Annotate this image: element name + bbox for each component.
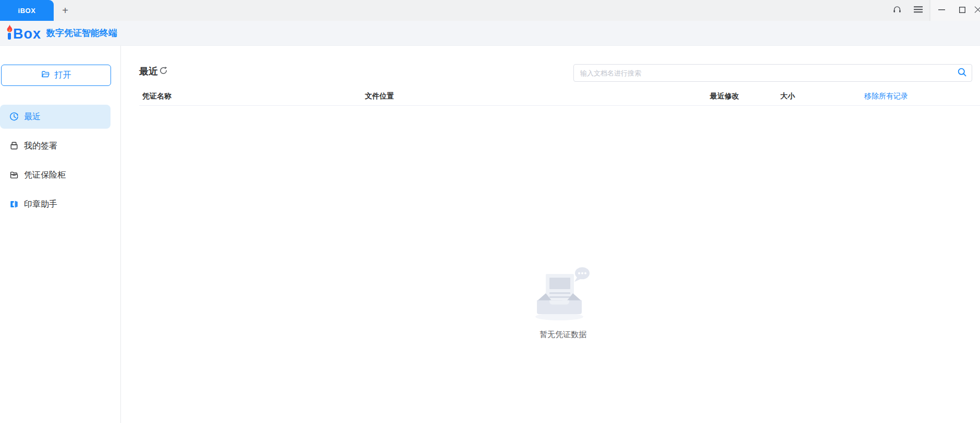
clock-icon [9, 112, 19, 121]
column-header-size: 大小 [780, 92, 795, 101]
flame-i-logo-icon [6, 24, 13, 42]
headset-button[interactable] [887, 0, 908, 21]
empty-inbox-illustration [530, 267, 596, 323]
app-title: 数字凭证智能终端 [46, 27, 117, 40]
tab-ibox[interactable]: iBOX [0, 0, 54, 21]
open-button[interactable]: 打开 [1, 65, 111, 86]
empty-state: 暂无凭证数据 [146, 267, 980, 340]
page-title: 最近 [139, 65, 158, 78]
new-tab-button[interactable]: + [54, 0, 77, 21]
close-button[interactable] [973, 0, 980, 21]
remove-all-records-link[interactable]: 移除所有记录 [864, 92, 908, 101]
minimize-button[interactable] [931, 0, 952, 21]
content-wrap: 打开 最近 [0, 46, 980, 423]
refresh-icon [159, 66, 168, 77]
search-icon [957, 67, 967, 79]
search-button[interactable] [952, 65, 972, 81]
main-panel: 最近 凭证名称 文件位置 [121, 46, 980, 423]
titlebar-separator [929, 0, 930, 21]
sidebar-item-label: 最近 [24, 111, 41, 122]
sidebar-item-label: 印章助手 [24, 199, 57, 210]
tab-label: iBOX [18, 7, 36, 15]
search-input[interactable] [574, 65, 952, 81]
sidebar-item-certificate-safe[interactable]: 凭证保险柜 [0, 163, 111, 187]
sidebar-nav: 最近 我的签署 凭 [0, 105, 120, 216]
sidebar-item-seal-assistant[interactable]: 印章助手 [0, 192, 111, 216]
minimize-icon [938, 6, 945, 15]
open-button-label: 打开 [55, 70, 71, 81]
flame-icon [6, 24, 13, 33]
folder-open-icon [41, 70, 50, 81]
table-header-row: 凭证名称 文件位置 最近修改 大小 移除所有记录 [139, 90, 980, 106]
logo-text: Box [13, 26, 41, 42]
sidebar-item-recent[interactable]: 最近 [0, 105, 111, 129]
signature-icon [9, 141, 19, 151]
safe-icon [9, 170, 19, 180]
sidebar-item-label: 我的签署 [24, 141, 57, 152]
window-controls [931, 0, 980, 21]
maximize-button[interactable] [952, 0, 973, 21]
column-header-location: 文件位置 [365, 92, 394, 101]
plus-icon: + [62, 5, 68, 17]
sidebar: 打开 最近 [0, 46, 121, 423]
refresh-button[interactable] [158, 66, 168, 77]
menu-button[interactable] [908, 0, 928, 21]
seal-icon [9, 200, 19, 209]
sidebar-item-my-signatures[interactable]: 我的签署 [0, 134, 111, 158]
titlebar: iBOX + [0, 0, 980, 21]
column-header-modified: 最近修改 [710, 92, 739, 101]
empty-state-message: 暂无凭证数据 [540, 330, 586, 340]
app-logo: Box [6, 24, 41, 42]
headset-icon [892, 5, 902, 16]
close-icon [973, 6, 980, 15]
hamburger-menu-icon [914, 6, 923, 15]
app-header: Box 数字凭证智能终端 [0, 21, 980, 46]
column-header-name: 凭证名称 [142, 92, 172, 101]
titlebar-controls [887, 0, 980, 21]
search-box [573, 64, 972, 82]
sidebar-item-label: 凭证保险柜 [24, 170, 66, 181]
maximize-icon [959, 6, 965, 15]
